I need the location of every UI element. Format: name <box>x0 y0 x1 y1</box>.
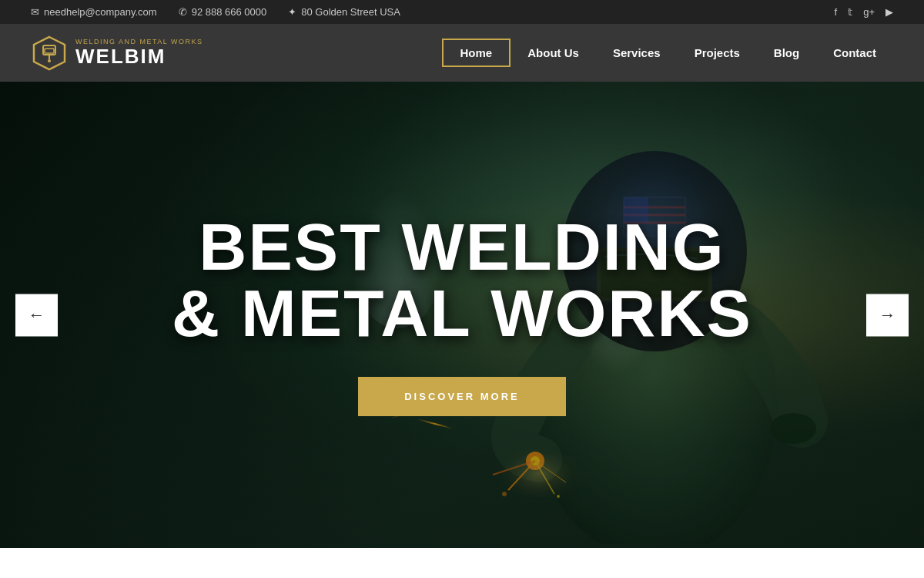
svg-point-4 <box>48 59 51 62</box>
location-icon: ✦ <box>288 6 296 18</box>
facebook-link[interactable]: f <box>835 6 838 18</box>
slider-next-button[interactable]: → <box>866 294 909 336</box>
phone-text: 92 888 666 0000 <box>192 6 267 18</box>
phone-icon: ✆ <box>179 6 187 18</box>
svg-rect-2 <box>45 49 54 53</box>
youtube-link[interactable]: ▶ <box>886 6 893 18</box>
hero-content: BEST WELDING & METAL WORKS DISCOVER MORE <box>156 213 768 416</box>
logo-icon <box>31 35 68 72</box>
navbar: Welding and Metal Works WELBIM Home Abou… <box>0 24 924 82</box>
nav-services[interactable]: Services <box>596 26 678 79</box>
hero-section: ← BEST WELDING & METAL WORKS DISCOVER MO… <box>0 82 924 548</box>
nav-about[interactable]: About Us <box>511 26 596 79</box>
topbar-address: ✦ 80 Golden Street USA <box>288 6 400 18</box>
logo[interactable]: Welding and Metal Works WELBIM <box>31 35 203 72</box>
svg-point-26 <box>770 413 816 444</box>
topbar-phone: ✆ 92 888 666 0000 <box>179 6 267 18</box>
google-plus-link[interactable]: g+ <box>863 6 875 18</box>
slider-prev-button[interactable]: ← <box>15 294 58 336</box>
hero-title-line1: BEST WELDING <box>199 210 725 284</box>
topbar-email: ✉ needhelp@company.com <box>31 6 157 18</box>
nav-blog[interactable]: Blog <box>757 26 816 79</box>
hero-title: BEST WELDING & METAL WORKS <box>172 213 752 346</box>
email-text: needhelp@company.com <box>44 6 157 18</box>
nav-home[interactable]: Home <box>442 39 511 67</box>
social-links: f 𝕥 g+ ▶ <box>835 6 893 18</box>
logo-title: WELBIM <box>75 45 203 68</box>
discover-more-button[interactable]: DISCOVER MORE <box>358 377 566 416</box>
twitter-link[interactable]: 𝕥 <box>848 6 852 18</box>
topbar-contact-info: ✉ needhelp@company.com ✆ 92 888 666 0000… <box>31 6 400 18</box>
svg-point-25 <box>493 436 585 498</box>
nav-contact[interactable]: Contact <box>816 26 893 79</box>
topbar: ✉ needhelp@company.com ✆ 92 888 666 0000… <box>0 0 924 24</box>
logo-text: Welding and Metal Works WELBIM <box>75 39 203 68</box>
address-text: 80 Golden Street USA <box>301 6 400 18</box>
nav-links: Home About Us Services Projects Blog Con… <box>442 26 893 79</box>
email-icon: ✉ <box>31 6 39 18</box>
svg-point-12 <box>502 492 507 496</box>
nav-projects[interactable]: Projects <box>678 26 757 79</box>
hero-title-line2: & METAL WORKS <box>172 276 752 350</box>
